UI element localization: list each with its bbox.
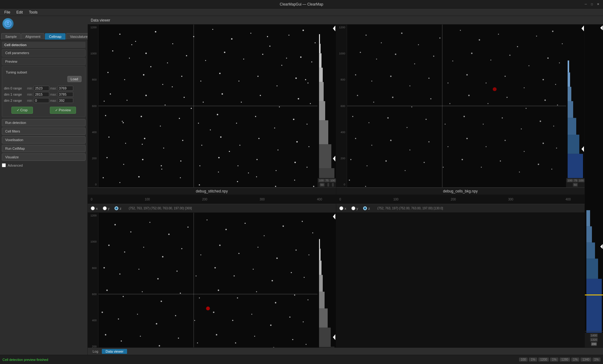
tab-sample[interactable]: Sample: [1, 33, 21, 40]
svg-rect-329: [586, 243, 595, 259]
svg-point-11: [269, 46, 270, 47]
tuning-subset-title: Tuning subset: [6, 70, 82, 74]
svg-point-236: [552, 30, 553, 32]
tab-data-viewer[interactable]: Data viewer: [102, 349, 127, 354]
svg-point-155: [177, 271, 178, 272]
radio-x-input-top-left[interactable]: [91, 206, 95, 210]
svg-rect-321: [568, 73, 570, 87]
svg-point-12: [289, 35, 290, 36]
svg-rect-222: [319, 239, 320, 249]
svg-point-57: [217, 114, 218, 115]
svg-point-140: [124, 251, 125, 253]
svg-point-5: [155, 31, 156, 33]
svg-point-46: [241, 102, 242, 103]
svg-point-27: [107, 72, 109, 73]
svg-point-247: [529, 65, 529, 66]
svg-point-230: [439, 38, 441, 39]
dim2-inputs: min: max:: [27, 98, 73, 103]
svg-point-65: [144, 138, 146, 139]
svg-point-37: [295, 77, 297, 79]
tab-cellmap[interactable]: Cellmap: [45, 33, 65, 40]
svg-point-67: [182, 140, 183, 141]
svg-point-32: [200, 81, 201, 81]
svg-point-20: [205, 60, 206, 61]
cell-parameters-section[interactable]: Cell parameters: [2, 49, 86, 57]
svg-point-175: [102, 312, 103, 313]
histogram-top-right: 100 75 100 50: [566, 25, 585, 187]
advanced-checkbox[interactable]: [2, 163, 6, 167]
radio-x-top-left[interactable]: x: [91, 206, 98, 210]
menu-file[interactable]: File: [1, 10, 13, 15]
menu-tools[interactable]: Tools: [26, 10, 41, 15]
dim0-max-input[interactable]: [58, 86, 73, 91]
radio-z-top-left[interactable]: z: [114, 206, 122, 210]
svg-point-14: [315, 42, 316, 43]
svg-point-101: [123, 122, 124, 123]
svg-point-8: [212, 29, 213, 30]
svg-point-249: [559, 62, 560, 63]
svg-rect-122: [319, 44, 321, 53]
preview-section[interactable]: Preview: [2, 58, 86, 65]
svg-point-191: [178, 338, 179, 339]
svg-point-82: [238, 165, 238, 166]
crop-button[interactable]: ✓ Crop: [11, 107, 33, 114]
dim2-min-label: min:: [27, 99, 33, 102]
svg-point-135: [264, 235, 265, 236]
radio-y-input-top-right[interactable]: [351, 206, 355, 210]
cell-filters-section[interactable]: Cell filters: [2, 128, 86, 135]
svg-point-188: [121, 341, 122, 342]
dim2-max-input[interactable]: [58, 98, 73, 103]
radio-z-input-top-right[interactable]: [363, 206, 367, 210]
run-cellmap-section[interactable]: Run CellMap: [2, 145, 86, 152]
dim2-min-input[interactable]: [34, 98, 49, 103]
svg-point-265: [411, 106, 412, 107]
svg-point-165: [142, 291, 143, 292]
voxelisation-section[interactable]: Voxelisation: [2, 136, 86, 144]
visualize-section[interactable]: Visualize: [2, 153, 86, 161]
load-button[interactable]: Load: [67, 76, 82, 82]
svg-point-168: [199, 298, 200, 299]
svg-point-244: [471, 53, 473, 54]
svg-point-16: [129, 57, 130, 58]
svg-point-267: [449, 103, 450, 104]
dim1-min-input[interactable]: [34, 92, 49, 97]
dim0-min-input[interactable]: [34, 86, 49, 91]
run-detection-section[interactable]: Run detection: [2, 119, 86, 126]
window-controls[interactable]: ─ □ ✕: [583, 2, 601, 7]
minimize-button[interactable]: ─: [583, 2, 588, 7]
y-axis-top-right: 1200 1000 800 600 400 200 0: [336, 25, 347, 187]
menu-edit[interactable]: Edit: [13, 10, 26, 15]
image-canvas-top-right[interactable]: [347, 25, 566, 187]
dim0-max-label: max:: [50, 87, 57, 90]
dim1-max-input[interactable]: [58, 92, 73, 97]
svg-point-19: [186, 55, 187, 56]
radio-x-input-top-right[interactable]: [339, 206, 343, 210]
maximize-button[interactable]: □: [589, 2, 594, 7]
svg-point-269: [488, 103, 489, 104]
close-button[interactable]: ✕: [596, 2, 601, 7]
svg-point-240: [395, 53, 397, 55]
svg-point-10: [250, 33, 251, 34]
image-canvas-top-left[interactable]: [98, 25, 317, 187]
preview-button[interactable]: ✓ Preview: [50, 107, 76, 114]
svg-point-71: [258, 138, 260, 139]
tab-log[interactable]: Log: [89, 349, 102, 354]
image-canvas-bottom-left[interactable]: [98, 213, 317, 364]
svg-point-66: [163, 148, 164, 148]
radio-y-top-left[interactable]: y: [103, 206, 110, 210]
svg-point-176: [118, 318, 119, 320]
radio-y-input-top-left[interactable]: [103, 206, 107, 210]
svg-point-252: [390, 76, 392, 77]
svg-point-136: [282, 226, 284, 227]
svg-point-158: [234, 275, 235, 277]
radio-z-input-top-left[interactable]: [114, 206, 118, 210]
svg-point-151: [103, 267, 105, 269]
radio-z-label-top-right: z: [368, 207, 370, 210]
svg-point-178: [156, 323, 158, 325]
svg-point-81: [218, 157, 220, 158]
tab-alignment[interactable]: Alignment: [21, 33, 44, 40]
svg-point-153: [138, 269, 139, 270]
y-axis-bottom-left: 1200 1000 800 600 400 200 0: [88, 213, 98, 364]
svg-point-33: [219, 73, 221, 74]
svg-point-26: [311, 61, 312, 62]
